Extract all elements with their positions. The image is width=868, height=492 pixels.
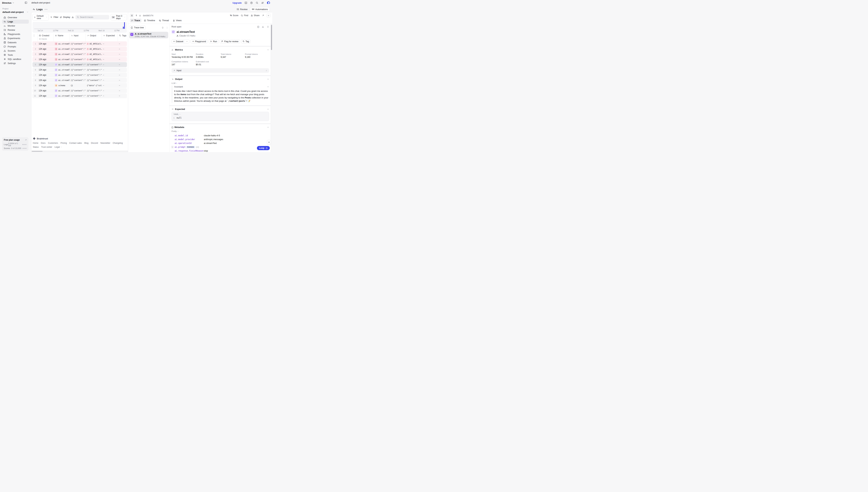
column-expected[interactable]: Expected [102,34,118,41]
sidebar-item-overview[interactable]: Overview [2,16,29,20]
table-row[interactable]: 3 12h ago ai.streamT… [{"content":" … AI… [32,52,127,56]
footer-link-docs[interactable]: Docs [41,142,46,144]
org-switcher[interactable]: Directus [2,2,14,4]
sidebar-toggle-button[interactable] [25,1,27,4]
output-section-header[interactable]: Output [172,76,269,82]
table-row-selected[interactable]: 5 12h ago ai.streamT… [{"content":" … [{… [32,62,127,67]
add-to-playground-button[interactable]: Playground [191,40,207,43]
table-row[interactable]: 10 12h ago ai.streamT… [{"content":" … [… [32,88,127,93]
tab-views[interactable]: Views [171,19,183,22]
download-span-button[interactable] [262,26,264,28]
expand-row-button[interactable] [171,146,174,148]
column-output[interactable]: Output [85,34,102,41]
preferences-button[interactable] [261,2,264,4]
close-button[interactable] [267,14,271,18]
footer-link-home[interactable]: Home [33,142,39,144]
expected-editor[interactable]: YAML 1 null [172,112,269,121]
footer-link-blog[interactable]: Blog [84,142,89,144]
automations-button[interactable]: Automations [250,7,270,11]
input-section-collapsed[interactable]: Input [172,68,269,73]
footer-link-contact-sales[interactable]: Contact sales [69,142,82,144]
prev-trace-button[interactable] [135,15,138,17]
help-button[interactable] [250,2,253,4]
score-button[interactable]: %Score [230,14,238,17]
sidebar-item-prompts[interactable]: Prompts [2,45,29,49]
table-row[interactable]: 2 12h ago ai.streamT… [{"content":" … AI… [32,47,127,51]
project-switcher[interactable]: default-otel-project [2,11,28,14]
find-button[interactable]: Find [241,14,248,17]
docs-button[interactable] [245,2,247,4]
footer-link-changelog[interactable]: Changelog [113,142,123,144]
footer-link-discord[interactable]: Discord [91,142,98,144]
table-row[interactable]: 9 12h ago schema {} {"data":{"col… – – [32,83,127,88]
column-name[interactable]: Name [53,34,70,41]
metrics-section-header[interactable]: Metrics [172,47,269,52]
run-button[interactable]: Run [209,40,219,43]
braintrust-brand[interactable]: Braintrust [33,137,127,140]
footer-link-legal[interactable]: Legal [55,146,62,148]
select-all-checkbox[interactable] [34,34,34,37]
view-selector[interactable]: Default view [32,14,49,21]
page-menu-button[interactable]: ··· [45,8,48,11]
sidebar-item-sql-sandbox[interactable]: SQL sandbox [2,57,29,61]
search-input[interactable] [75,15,109,20]
column-created[interactable]: Created 11 traces [38,34,53,41]
footer-link-newsletter[interactable]: Newsletter [100,142,110,144]
vertical-scrollbar[interactable] [271,24,272,152]
footer-link-trust-center[interactable]: Trust center [41,146,52,148]
add-to-dataset-button[interactable]: Dataset [172,40,190,43]
sidebar-item-logs[interactable]: Logs [2,20,29,24]
sidebar-item-playgrounds[interactable]: Playgrounds [2,32,29,36]
sidebar-item-experiments[interactable]: Experiments [2,36,29,40]
footer-link-status[interactable]: Status [33,146,39,148]
tree-menu-button[interactable] [166,27,168,29]
tag-button[interactable]: Tag [241,40,250,43]
output-mode-selector[interactable]: LLM [172,82,269,84]
table-row[interactable]: 4 12h ago ai.streamT… [{"content":" … AI… [32,57,127,62]
loop-button[interactable]: Loop [257,146,270,150]
horizontal-scrollbar[interactable] [31,150,128,152]
sidebar-item-monitor[interactable]: Monitor [2,24,29,28]
search-button[interactable] [256,2,258,4]
column-tags[interactable]: Tags [118,34,127,41]
table-row[interactable]: 8 12h ago ai.streamT… [{"content":" … [{… [32,78,127,83]
collapse-sections-button[interactable] [267,26,269,28]
sidebar-item-datasets[interactable]: Datasets [2,41,29,45]
column-input[interactable]: Input [70,34,85,41]
metadata-section-header[interactable]: { } Metadata [172,124,269,130]
upgrade-link[interactable]: Upgrade [232,2,242,4]
tab-thread[interactable]: Thread [157,19,170,22]
tab-timeline[interactable]: Timeline [143,19,156,22]
sidebar-item-settings[interactable]: Settings [2,61,29,65]
footer-link-customers[interactable]: Customers [48,142,58,144]
trace-tree-item-selected[interactable]: ai.streamText 3.69s, 9,347 tok, Claude 4… [129,32,168,39]
json-view-button[interactable]: { } [257,26,259,28]
table-row[interactable]: 6 12h ago ai.streamT… [{"content":" … [{… [32,67,127,72]
open-in-new-button[interactable] [262,15,264,17]
review-button[interactable]: Review [237,8,248,10]
next-trace-button[interactable] [139,15,141,17]
flag-for-review-button[interactable]: Flag for review [220,40,240,43]
expected-format-selector[interactable]: YAML [173,113,267,115]
collapse-all-button[interactable] [162,27,164,29]
date-range-selector[interactable]: 3d Past 3 days [110,14,127,20]
filter-button[interactable]: Filter [50,16,58,18]
outline-button[interactable] [267,140,271,144]
usage-card[interactable]: Free plan usage Logs 0.0004 of 1 GB Scor… [2,137,28,151]
sidebar-item-review[interactable]: Review [2,28,29,32]
table-row[interactable]: 1 12h ago ai.streamT… [{"content":" … AI… [32,41,127,46]
sidebar-item-tools[interactable]: Tools [2,53,29,57]
metadata-mode-selector[interactable]: Pretty [172,130,269,132]
focus-span-button[interactable] [130,14,134,18]
trace-tree-view-button[interactable]: Trace tree [129,26,146,30]
traces-timeline-chart[interactable]: Sat 14 12 PM Feb 15 12 PM Mon 16 12 PM [32,22,127,33]
table-row[interactable]: 11 12h ago ai.streamT… [{"content":" … [… [32,93,127,98]
expected-section-header[interactable]: Expected [172,106,269,112]
share-button[interactable]: Share [251,14,259,17]
export-button[interactable] [72,16,74,18]
footer-link-pricing[interactable]: Pricing [60,142,67,144]
sidebar-item-scorers[interactable]: Scorers [2,49,29,53]
display-button[interactable]: Display [60,16,70,18]
avatar[interactable] [267,1,270,4]
table-row[interactable]: 7 12h ago ai.streamT… [{"content":" … [{… [32,73,127,77]
